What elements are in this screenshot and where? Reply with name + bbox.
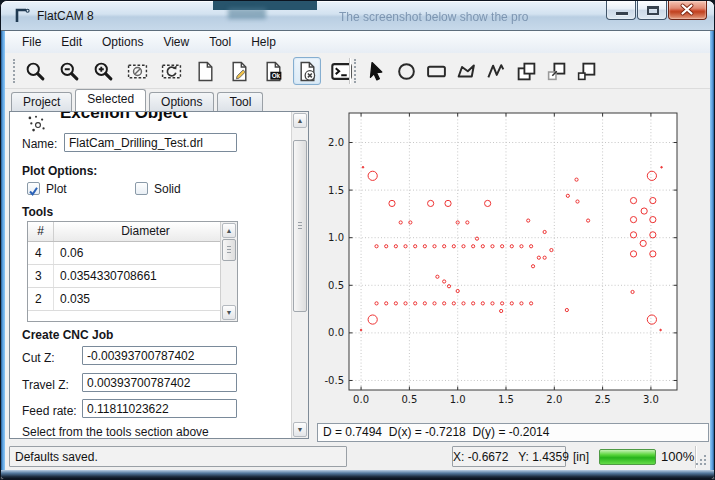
plot-options-label: Plot Options:: [22, 164, 97, 178]
update-geometry-button[interactable]: Ok: [259, 57, 287, 85]
plot-area[interactable]: 0.00.51.01.52.02.53.0-0.50.00.51.01.52.0: [314, 91, 710, 418]
move-geometry-button[interactable]: [572, 57, 600, 85]
cut-z-label: Cut Z:: [22, 351, 55, 365]
tab-project[interactable]: Project: [11, 92, 72, 111]
tools-hint-text: Select from the tools section above: [22, 425, 209, 439]
svg-text:1.0: 1.0: [450, 394, 466, 405]
svg-text:0.0: 0.0: [328, 327, 344, 338]
cancel-geometry-button[interactable]: [293, 57, 321, 85]
tool-diameter-cell[interactable]: 0.035: [54, 288, 237, 310]
plot-canvas[interactable]: 0.00.51.01.52.02.53.0-0.50.00.51.01.52.0: [314, 91, 710, 418]
resize-grip[interactable]: [695, 453, 708, 471]
clear-plot-button[interactable]: [123, 57, 151, 85]
update-geometry-icon: Ok: [263, 61, 284, 82]
table-row[interactable]: 20.035: [28, 288, 237, 311]
svg-text:0.5: 0.5: [401, 394, 417, 405]
draw-polygon-button[interactable]: [452, 57, 480, 85]
svg-text:1.0: 1.0: [328, 232, 344, 243]
tool-diameter-cell[interactable]: 0.06: [54, 242, 237, 264]
feed-rate-label: Feed rate:: [22, 404, 77, 418]
table-row[interactable]: 40.06: [28, 242, 237, 265]
menu-item-help[interactable]: Help: [242, 32, 285, 52]
window-title: FlatCAM 8: [37, 9, 94, 23]
draw-rectangle-icon: [426, 61, 447, 82]
column-header-num[interactable]: #: [28, 222, 54, 241]
draw-circle-button[interactable]: [392, 57, 420, 85]
svg-text:Ok: Ok: [271, 72, 280, 79]
menu-item-file[interactable]: File: [13, 32, 50, 52]
maximize-button[interactable]: [637, 1, 667, 20]
toolbar-grip[interactable]: [354, 59, 358, 83]
background-glass-blob: [228, 8, 266, 19]
table-row[interactable]: 30.0354330708661: [28, 265, 237, 288]
column-header-diameter[interactable]: Diameter: [54, 222, 237, 241]
menu-item-options[interactable]: Options: [93, 32, 152, 52]
zoom-out-button[interactable]: [55, 57, 83, 85]
tab-options[interactable]: Options: [149, 92, 214, 111]
select-button[interactable]: [362, 57, 390, 85]
title-bar[interactable]: The screenshot below show the pro FlatCA…: [1, 1, 714, 31]
plot-checkbox[interactable]: [27, 182, 40, 195]
selected-panel: Excellon Object Name: Plot Options: Plot…: [9, 111, 309, 439]
travel-z-input[interactable]: [82, 373, 237, 392]
excellon-object-icon: [26, 114, 46, 138]
menu-item-edit[interactable]: Edit: [52, 32, 91, 52]
scroll-down-button[interactable]: ▼: [293, 422, 307, 437]
copy-geometry-button[interactable]: [542, 57, 570, 85]
background-ghost-text: The screenshot below show the pro: [339, 10, 528, 24]
panel-scrollbar[interactable]: ▲ ▼: [291, 112, 308, 438]
scrollbar-thumb[interactable]: [222, 239, 236, 261]
cut-z-input[interactable]: [82, 346, 237, 365]
plot-checkbox-label[interactable]: Plot: [46, 182, 67, 196]
svg-text:2.5: 2.5: [595, 394, 611, 405]
draw-rectangle-button[interactable]: [422, 57, 450, 85]
console-button[interactable]: [327, 57, 355, 85]
table-header-row: #Diameter: [28, 222, 237, 242]
feed-rate-input[interactable]: [82, 399, 237, 418]
solid-checkbox[interactable]: [135, 182, 148, 195]
tool-diameter-cell[interactable]: 0.0354330708661: [54, 265, 237, 287]
desktop: The screenshot below show the pro FlatCA…: [0, 0, 715, 480]
window-border-bottom: [1, 470, 714, 479]
close-icon: [669, 1, 706, 18]
tool-number-cell[interactable]: 2: [28, 288, 54, 310]
name-label: Name:: [22, 137, 57, 151]
page-title: Excellon Object: [60, 112, 188, 123]
table-scrollbar[interactable]: ▲ ▼: [220, 222, 237, 321]
solid-checkbox-label[interactable]: Solid: [154, 182, 181, 196]
tab-selected[interactable]: Selected: [75, 89, 146, 111]
progress-bar: [599, 449, 656, 465]
scroll-down-button[interactable]: ▼: [222, 305, 236, 320]
zoom-in-button[interactable]: [89, 57, 117, 85]
minimize-button[interactable]: [606, 1, 636, 20]
coordinates-readout: X: -0.6672 Y: 1.4359: [452, 446, 566, 467]
scrollbar-thumb[interactable]: [293, 140, 307, 312]
edit-geometry-button[interactable]: [225, 57, 253, 85]
toolbar-grip[interactable]: [13, 59, 17, 83]
scroll-up-button[interactable]: ▲: [222, 223, 236, 238]
close-button[interactable]: [668, 1, 707, 20]
zoom-fit-button[interactable]: [21, 57, 49, 85]
draw-circle-icon: [396, 61, 417, 82]
flatcam-window: The screenshot below show the pro FlatCA…: [0, 0, 715, 480]
draw-polygon-icon: [456, 61, 477, 82]
new-file-button[interactable]: [191, 57, 219, 85]
select-icon: [366, 61, 387, 82]
toolbar-group-plot: Ok: [21, 57, 361, 85]
tab-bar: ProjectSelectedOptionsTool: [11, 89, 266, 111]
tool-number-cell[interactable]: 3: [28, 265, 54, 287]
replot-button[interactable]: [157, 57, 185, 85]
menu-item-view[interactable]: View: [154, 32, 198, 52]
maximize-icon: [647, 6, 659, 15]
zoom-fit-icon: [25, 61, 46, 82]
svg-text:2.0: 2.0: [328, 137, 344, 148]
tool-number-cell[interactable]: 4: [28, 242, 54, 264]
scroll-up-button[interactable]: ▲: [293, 113, 307, 128]
menu-item-tool[interactable]: Tool: [200, 32, 240, 52]
draw-polyline-button[interactable]: [482, 57, 510, 85]
tab-tool[interactable]: Tool: [217, 92, 263, 111]
toolbar: Ok: [5, 53, 710, 89]
name-input[interactable]: [64, 133, 237, 152]
menu-bar: FileEditOptionsViewToolHelp: [5, 31, 710, 53]
union-button[interactable]: [512, 57, 540, 85]
